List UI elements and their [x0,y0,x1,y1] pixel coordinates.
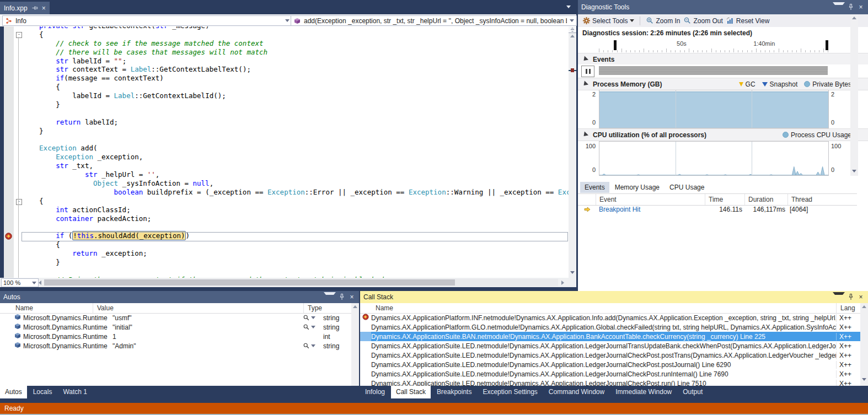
table-row[interactable]: Microsoft.Dynamics.Runtime"usmf"string [0,313,351,322]
tab-locals[interactable]: Locals [28,386,57,398]
call-stack-titlebar[interactable]: Call Stack × [360,291,868,303]
tab-command-window[interactable]: Command Window [544,386,609,398]
type-scope-dropdown[interactable]: Info [2,15,292,26]
splitter-handle-icon[interactable] [569,26,576,33]
close-icon[interactable]: × [42,4,46,12]
call-stack-frame[interactable]: Dynamics.AX.ApplicationSuite.LED.netmodu… [360,341,860,351]
memory-section-header[interactable]: Process Memory (GB) GC Snapshot Private … [578,78,868,90]
editor-vertical-scrollbar[interactable] [569,26,576,278]
breakpoint-margin[interactable] [4,26,14,278]
frame-language: X++ [836,333,860,341]
call-stack-scrollbar[interactable] [860,303,868,386]
breakpoint-current-statement-icon[interactable] [5,233,12,241]
close-icon[interactable]: × [857,3,865,11]
column-header[interactable]: Duration [744,194,790,205]
code-editor[interactable]: private str getLabelContext(str _message… [0,26,576,278]
column-header[interactable]: Lang [836,303,860,313]
diag-tab-cpu-usage[interactable]: CPU Usage [665,182,709,193]
fold-collapse-icon[interactable]: - [16,199,22,205]
variable-name: Microsoft.Dynamics.Runtime [23,314,108,322]
call-stack-frame[interactable]: Dynamics.AX.ApplicationSuite.LED.netmodu… [360,360,860,369]
pin-icon[interactable] [847,3,855,11]
column-header[interactable]: Thread [787,194,851,205]
diag-tab-events[interactable]: Events [580,182,609,193]
scroll-up-icon[interactable] [570,35,575,37]
tab-autos[interactable]: Autos [0,386,27,398]
column-header[interactable]: Name [360,304,836,312]
call-stack-frame[interactable]: Dynamics.AX.ApplicationSuite.LED.netmodu… [360,369,860,379]
event-name[interactable]: Breakpoint Hit [599,206,640,213]
code-area[interactable]: private str getLabelContext(str _message… [14,26,569,278]
select-tools-button[interactable]: Select Tools [582,17,634,25]
scroll-down-icon[interactable] [570,271,575,274]
document-tab[interactable]: Info.xpp × [0,2,50,14]
autos-titlebar[interactable]: Autos × [0,291,359,303]
scroll-up-icon[interactable] [862,305,866,308]
call-stack-frame[interactable]: Dynamics.AX.ApplicationSuite.BAN.netmodu… [360,332,860,341]
window-position-icon[interactable] [833,292,845,303]
diagnostic-scrollbar[interactable] [850,14,858,176]
call-stack-frame[interactable]: Dynamics.AX.ApplicationSuite.LED.netmodu… [360,351,860,360]
scroll-left-icon[interactable] [39,281,41,285]
column-header[interactable]: Name [0,304,93,312]
scroll-up-icon[interactable] [852,17,856,19]
events-section-header[interactable]: Events [578,53,868,66]
column-header[interactable]: Event [596,194,708,205]
scroll-down-icon[interactable] [852,170,856,173]
expander-icon[interactable] [582,56,588,62]
scroll-down-icon[interactable] [862,378,866,381]
window-position-icon[interactable] [324,292,336,303]
table-row[interactable]: Microsoft.Dynamics.Runtime"initial"strin… [0,322,351,332]
scroll-right-icon[interactable] [561,281,564,285]
scroll-up-icon[interactable] [353,305,357,308]
call-stack-frame[interactable]: Dynamics.AX.ApplicationPlatform.GLO.netm… [360,322,860,332]
autos-scrollbar[interactable] [351,303,359,386]
close-icon[interactable]: × [348,293,356,301]
zoom-in-button[interactable]: Zoom In [646,17,680,25]
document-list-dropdown-icon[interactable] [566,6,571,8]
expander-icon[interactable] [582,131,588,138]
pin-icon[interactable] [338,293,346,301]
timeline-right-handle[interactable] [826,40,828,50]
fold-collapse-icon[interactable]: - [16,32,22,38]
column-header[interactable]: Value [93,303,303,313]
table-row[interactable]: Microsoft.Dynamics.Runtime1int [0,332,351,341]
debug-expression-highlight[interactable]: !this.shouldAdd(_exception) [72,231,185,240]
column-header[interactable]: Time [705,194,747,205]
zoom-out-button[interactable]: Zoom Out [684,17,723,25]
diagnostic-tools-titlebar[interactable]: Diagnostic Tools × [578,0,868,14]
horizontal-splitter[interactable] [0,287,576,291]
value-inspector-button[interactable] [303,324,315,330]
expander-icon[interactable] [582,80,588,87]
member-dropdown[interactable]: add(Exception _exception, str _txt, str … [291,15,577,26]
table-row[interactable]: Breakpoint Hit 146.11s 146,117ms [4064] [578,204,857,214]
diagnostic-toolbar: Select Tools Zoom In Zoom Out R [578,14,868,28]
code-line: str labelId = ""; [14,57,569,66]
diag-tab-memory-usage[interactable]: Memory Usage [610,182,664,193]
tab-watch-1[interactable]: Watch 1 [58,386,92,398]
reset-view-button[interactable]: Reset View [726,17,769,25]
call-stack-frame[interactable]: Dynamics.AX.ApplicationPlatform.INF.netm… [360,313,860,322]
code-line: return labelId; [14,118,569,127]
table-row[interactable]: Microsoft.Dynamics.Runtime"Admin"string [0,341,351,351]
call-stack-frame[interactable]: Dynamics.AX.ApplicationSuite.LED.netmodu… [360,379,860,386]
horizontal-scrollbar-thumb[interactable] [44,279,455,285]
tab-output[interactable]: Output [678,386,708,398]
tab-immediate-window[interactable]: Immediate Window [610,386,677,398]
column-header[interactable]: Type [303,303,351,313]
horizontal-scrollbar[interactable] [44,279,558,286]
value-inspector-button[interactable] [303,343,315,349]
pin-icon[interactable] [847,293,855,301]
tab-infolog[interactable]: Infolog [360,386,390,398]
timeline-left-handle[interactable] [614,40,617,50]
value-inspector-button[interactable] [303,315,315,321]
tab-exception-settings[interactable]: Exception Settings [478,386,542,398]
tab-call-stack[interactable]: Call Stack [391,386,431,398]
pause-button[interactable] [581,66,594,77]
zoom-level-dropdown[interactable]: 100 % [1,278,39,287]
pin-icon[interactable] [31,4,39,12]
window-position-icon[interactable] [833,2,845,13]
tab-breakpoints[interactable]: Breakpoints [432,386,476,398]
cpu-section-header[interactable]: CPU utilization (% of all processors) Pr… [578,128,868,141]
close-icon[interactable]: × [857,293,865,301]
